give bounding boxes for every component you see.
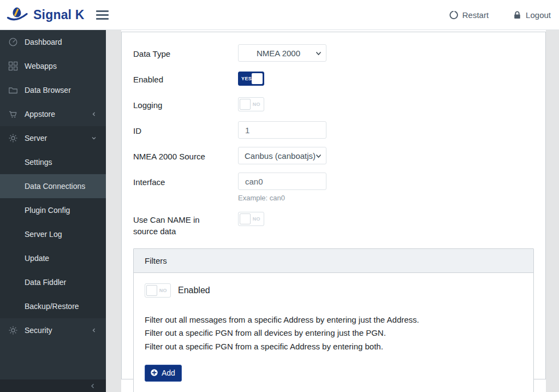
id-row: ID xyxy=(133,121,534,139)
sidebar-item-server-log[interactable]: Server Log xyxy=(0,222,106,246)
sidebar-item-label: Data Browser xyxy=(25,86,97,94)
toggle-state-label: NO xyxy=(253,102,260,107)
sidebar-item-dashboard[interactable]: Dashboard xyxy=(0,30,106,54)
sidebar-item-label: Security xyxy=(25,326,91,335)
filters-enabled-row: NO Enabled xyxy=(145,283,522,298)
data-type-select[interactable]: NMEA 2000 xyxy=(238,44,326,62)
chevron-down-icon xyxy=(315,152,322,159)
sidebar-item-label: Settings xyxy=(25,158,52,167)
chevron-left-icon xyxy=(91,111,97,117)
signalk-boat-icon xyxy=(7,5,28,24)
sidebar-item-label: Data Connections xyxy=(25,182,85,191)
logging-label: Logging xyxy=(133,96,238,111)
data-type-row: Data Type NMEA 2000 xyxy=(133,44,534,62)
nmea-source-row: NMEA 2000 Source Canbus (canboatjs) xyxy=(133,147,534,164)
sidebar-item-label: Server Log xyxy=(25,230,62,239)
chevron-left-icon xyxy=(91,327,97,334)
connection-form-card: Data Type NMEA 2000 Enabled YES Logging … xyxy=(121,32,546,379)
sidebar-item-appstore[interactable]: Appstore xyxy=(0,102,106,126)
toggle-knob xyxy=(252,73,263,84)
sidebar-item-label: Plugin Config xyxy=(25,206,70,215)
logout-label: Logout xyxy=(526,10,551,20)
chevron-down-icon xyxy=(315,50,322,57)
chevron-down-icon xyxy=(91,135,97,141)
speedometer-icon xyxy=(8,37,19,47)
interface-hint: Example: can0 xyxy=(238,194,326,202)
gear-icon xyxy=(8,325,19,335)
folder-icon xyxy=(8,85,19,95)
filters-description-line: Filter out all messages from a specific … xyxy=(145,313,522,326)
nmea-source-label: NMEA 2000 Source xyxy=(133,147,238,162)
filters-panel-title: Filters xyxy=(134,249,533,273)
filters-description-line: Filter out a specific PGN from all devic… xyxy=(145,326,522,340)
toggle-state-label: NO xyxy=(159,288,167,293)
toggle-state-label: YES xyxy=(241,76,252,81)
interface-row: Interface Example: can0 xyxy=(133,173,534,202)
nmea-source-value: Canbus (canboatjs) xyxy=(239,151,326,161)
grid-icon xyxy=(8,61,19,71)
sidebar-item-data-browser[interactable]: Data Browser xyxy=(0,78,106,102)
sidebar-item-data-fiddler[interactable]: Data Fiddler xyxy=(0,270,106,294)
restart-icon xyxy=(449,10,459,20)
sidebar-item-security[interactable]: Security xyxy=(0,318,106,342)
plus-circle-icon xyxy=(150,369,158,377)
restart-button[interactable]: Restart xyxy=(449,10,489,20)
sidebar-item-label: Appstore xyxy=(25,110,91,118)
id-input[interactable] xyxy=(238,121,326,139)
main-content: Data Type NMEA 2000 Enabled YES Logging … xyxy=(106,30,559,392)
data-type-label: Data Type xyxy=(133,44,238,60)
content-gutter-left xyxy=(106,30,121,392)
toggle-knob xyxy=(146,285,157,296)
data-type-value: NMEA 2000 xyxy=(239,49,326,58)
sidebar-minimizer[interactable] xyxy=(0,379,106,392)
sidebar-item-settings[interactable]: Settings xyxy=(0,150,106,174)
filters-description: Filter out all messages from a specific … xyxy=(145,313,522,353)
sidebar-nav: Dashboard Webapps Data Browser xyxy=(0,30,106,392)
sidebar-toggle-hamburger-icon[interactable] xyxy=(94,8,111,22)
sidebar-item-label: Webapps xyxy=(25,62,97,70)
logging-row: Logging NO xyxy=(133,96,534,113)
id-label: ID xyxy=(133,121,238,136)
toggle-knob xyxy=(240,99,251,110)
add-filter-button[interactable]: Add xyxy=(145,365,182,382)
sidebar-item-label: Dashboard xyxy=(25,38,97,46)
use-can-name-label: Use Can NAME in source data xyxy=(133,210,238,237)
enabled-toggle[interactable]: YES xyxy=(238,72,264,86)
interface-input[interactable] xyxy=(238,173,326,190)
sidebar-item-label: Data Fiddler xyxy=(25,278,66,287)
lock-icon xyxy=(513,10,522,20)
filters-enabled-label: Enabled xyxy=(178,286,210,295)
logout-button[interactable]: Logout xyxy=(513,10,551,20)
sidebar-item-plugin-config[interactable]: Plugin Config xyxy=(0,198,106,222)
restart-label: Restart xyxy=(462,10,489,20)
sidebar-item-data-connections[interactable]: Data Connections xyxy=(0,174,106,198)
toggle-state-label: NO xyxy=(253,216,260,222)
chevron-left-icon xyxy=(90,383,96,389)
enabled-row: Enabled YES xyxy=(133,70,534,87)
cart-icon xyxy=(8,109,19,119)
gear-icon xyxy=(8,133,19,143)
enabled-label: Enabled xyxy=(133,70,238,85)
sidebar-item-update[interactable]: Update xyxy=(0,246,106,270)
toggle-knob xyxy=(240,213,251,224)
sidebar-item-backup-restore[interactable]: Backup/Restore xyxy=(0,294,106,318)
brand-logo[interactable]: Signal K xyxy=(0,5,85,24)
filters-panel: Filters NO Enabled Filter out all messag… xyxy=(133,248,534,392)
use-can-name-row: Use Can NAME in source data NO xyxy=(133,210,534,237)
brand-title: Signal K xyxy=(33,8,85,22)
interface-label: Interface xyxy=(133,173,238,188)
app-header: Signal K Restart Logout xyxy=(0,0,559,30)
content-gutter-right xyxy=(546,30,559,392)
filters-description-line: Filter out a specific PGN from a specifi… xyxy=(145,340,522,353)
use-can-name-toggle[interactable]: NO xyxy=(238,212,264,226)
sidebar-item-label: Backup/Restore xyxy=(25,302,79,311)
logging-toggle[interactable]: NO xyxy=(238,97,264,111)
sidebar-item-label: Server xyxy=(25,134,91,142)
sidebar-item-webapps[interactable]: Webapps xyxy=(0,54,106,78)
sidebar-server-group: Server Settings Data Connections Plugin … xyxy=(0,126,106,318)
filters-enabled-toggle[interactable]: NO xyxy=(145,283,171,298)
sidebar-item-server[interactable]: Server xyxy=(0,126,106,150)
nmea-source-select[interactable]: Canbus (canboatjs) xyxy=(238,147,326,164)
filters-panel-body: NO Enabled Filter out all messages from … xyxy=(134,273,533,392)
sidebar-item-label: Update xyxy=(25,254,49,263)
